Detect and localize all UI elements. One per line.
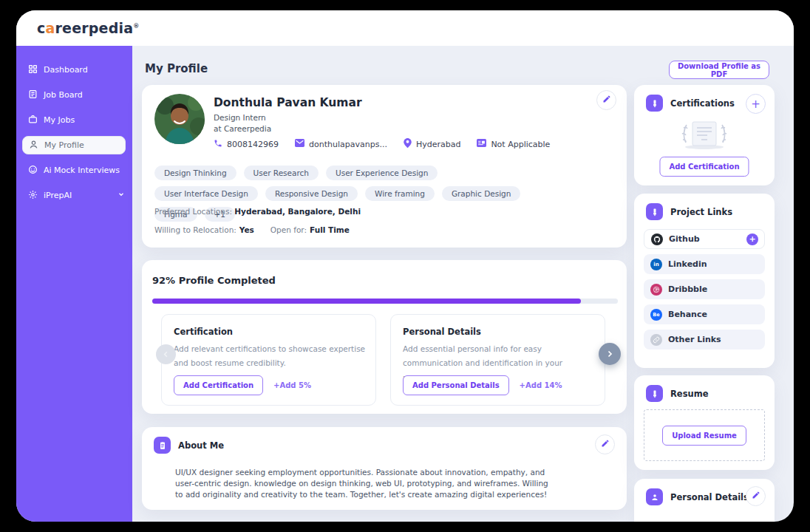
completion-title: 92% Profile Completed bbox=[152, 275, 276, 286]
link-row-behance[interactable]: Be Behance bbox=[644, 304, 765, 324]
sidebar-item-my-jobs[interactable]: My Jobs bbox=[16, 111, 132, 129]
sidebar-item-ai-mock-interviews[interactable]: Ai Mock Interviews bbox=[16, 161, 132, 180]
skill-tag: Wire framing bbox=[365, 186, 435, 201]
add-certification-plus-button[interactable]: + bbox=[746, 94, 766, 114]
person-icon bbox=[646, 488, 663, 505]
relocation-row: Willing to Relocation: Yes Open for: Ful… bbox=[154, 225, 350, 234]
personal-details-card: Personal Details bbox=[634, 479, 775, 522]
upload-resume-button[interactable]: Upload Resume bbox=[662, 426, 746, 446]
progress-bar bbox=[152, 299, 618, 304]
sidebar-item-label: My Profile bbox=[44, 140, 84, 150]
project-links-title: Project Links bbox=[670, 207, 732, 217]
sidebar-item-iprepai[interactable]: iPrepAI bbox=[16, 186, 132, 205]
resume-card: Resume Upload Resume bbox=[634, 375, 775, 470]
location-pin-icon bbox=[404, 138, 412, 150]
chevron-down-icon[interactable] bbox=[118, 191, 125, 200]
progress-fill bbox=[152, 299, 581, 304]
personal-details-title: Personal Details bbox=[670, 492, 749, 502]
email-contact[interactable]: donthulapavanps... bbox=[295, 139, 387, 149]
skill-tag: User Interface Design bbox=[154, 186, 258, 201]
user-icon bbox=[29, 140, 38, 151]
top-bar: careerpedia® bbox=[16, 10, 794, 46]
registered-mark: ® bbox=[133, 23, 139, 30]
skill-tag: Design Thinking bbox=[154, 166, 236, 180]
dashboard-icon bbox=[28, 64, 38, 76]
skill-tag: User Experience Design bbox=[326, 166, 438, 180]
link-row-github[interactable]: Github + bbox=[644, 229, 765, 249]
linkedin-icon: in bbox=[650, 259, 662, 270]
sidebar-item-label: iPrepAI bbox=[44, 191, 72, 200]
skill-tag: Graphic Design bbox=[442, 186, 521, 201]
certification-suggestion-card: Certification Add relevant certification… bbox=[161, 314, 376, 406]
skill-tag: Responsive Design bbox=[265, 186, 358, 201]
about-me-card: About Me UI/UX designer seeking employme… bbox=[142, 427, 627, 510]
add-certification-button[interactable]: Add Certification bbox=[174, 375, 263, 395]
resume-dropzone[interactable]: Upload Resume bbox=[644, 409, 765, 461]
sidebar-item-label: My Jobs bbox=[44, 115, 75, 125]
carousel-left-arrow[interactable] bbox=[156, 344, 176, 364]
profile-completion-card: 92% Profile Completed Certification Add … bbox=[142, 260, 627, 414]
app-window: careerpedia® Dashboard Job Board My Jobs… bbox=[16, 10, 794, 522]
phone-icon bbox=[214, 139, 222, 150]
pencil-icon bbox=[602, 95, 611, 106]
project-links-card: Project Links Github + in Linkedin Dribb… bbox=[634, 194, 775, 368]
careerpedia-logo[interactable]: careerpedia® bbox=[37, 20, 139, 36]
briefcase-icon bbox=[28, 115, 38, 126]
screen: careerpedia® Dashboard Job Board My Jobs… bbox=[0, 0, 810, 532]
sidebar-item-dashboard[interactable]: Dashboard bbox=[16, 61, 132, 79]
github-icon bbox=[651, 233, 663, 245]
behance-icon: Be bbox=[650, 309, 662, 321]
pencil-icon bbox=[752, 491, 760, 502]
notice-period-contact: Not Applicable bbox=[477, 139, 550, 149]
gear-icon bbox=[28, 190, 38, 202]
carousel-right-arrow[interactable] bbox=[599, 343, 621, 365]
contact-row: 8008142969 donthulapavanps... Hyderabad … bbox=[214, 138, 550, 150]
sidebar-item-label: Ai Mock Interviews bbox=[44, 166, 120, 175]
chat-icon bbox=[28, 165, 38, 177]
sidebar-item-label: Job Board bbox=[44, 90, 83, 100]
profile-name: Donthula Pavan Kumar bbox=[214, 96, 362, 109]
add-percent-label: +Add 14% bbox=[520, 381, 562, 389]
add-percent-label: +Add 5% bbox=[273, 381, 311, 389]
certifications-card: Certifications + Add Certification bbox=[634, 85, 775, 185]
pencil-icon bbox=[601, 439, 610, 450]
link-row-dribbble[interactable]: Dribbble bbox=[644, 279, 765, 299]
avatar bbox=[154, 94, 205, 144]
download-profile-pdf-button[interactable]: Download Profile as PDF bbox=[669, 61, 769, 79]
certificate-illustration bbox=[675, 119, 734, 153]
sidebar: Dashboard Job Board My Jobs My Profile A… bbox=[16, 46, 132, 522]
preferred-locations: Preferred Locations: Hyderabad, Bangalor… bbox=[154, 207, 361, 216]
sidebar-item-label: Dashboard bbox=[44, 65, 88, 75]
clipboard-icon bbox=[154, 437, 171, 454]
sidebar-item-job-board[interactable]: Job Board bbox=[16, 86, 132, 104]
certifications-title: Certifications bbox=[670, 98, 735, 109]
location-contact: Hyderabad bbox=[404, 138, 461, 150]
page-title: My Profile bbox=[145, 62, 208, 75]
phone-contact: 8008142969 bbox=[214, 139, 279, 150]
resume-title: Resume bbox=[670, 389, 708, 399]
mail-icon bbox=[295, 139, 304, 149]
link-row-linkedin[interactable]: in Linkedin bbox=[644, 254, 765, 274]
link-icon bbox=[650, 334, 662, 346]
profile-role: Design Intern bbox=[214, 113, 266, 122]
about-me-text: UI/UX designer seeking employment opport… bbox=[175, 467, 548, 501]
skill-tag: User Research bbox=[244, 166, 319, 180]
edit-personal-details-button[interactable] bbox=[746, 486, 766, 506]
medal-icon bbox=[646, 385, 663, 402]
add-personal-details-button[interactable]: Add Personal Details bbox=[403, 375, 509, 395]
profile-company: at Careerpedia bbox=[214, 124, 271, 133]
add-github-link-button[interactable]: + bbox=[746, 233, 758, 245]
medal-icon bbox=[646, 95, 663, 112]
edit-profile-button[interactable] bbox=[596, 90, 616, 110]
id-card-icon bbox=[477, 139, 486, 149]
medal-icon bbox=[646, 203, 663, 220]
dribbble-icon bbox=[650, 284, 662, 296]
profile-summary-card: Donthula Pavan Kumar Design Intern at Ca… bbox=[142, 85, 627, 248]
add-certification-button-right[interactable]: Add Certification bbox=[659, 157, 749, 177]
sidebar-item-my-profile[interactable]: My Profile bbox=[22, 136, 126, 154]
about-me-title: About Me bbox=[178, 440, 224, 451]
edit-about-button[interactable] bbox=[595, 434, 615, 454]
link-row-other[interactable]: Other Links bbox=[644, 330, 765, 349]
job-board-icon bbox=[28, 89, 38, 101]
personal-details-suggestion-card: Personal Details Add essential personal … bbox=[390, 314, 605, 406]
